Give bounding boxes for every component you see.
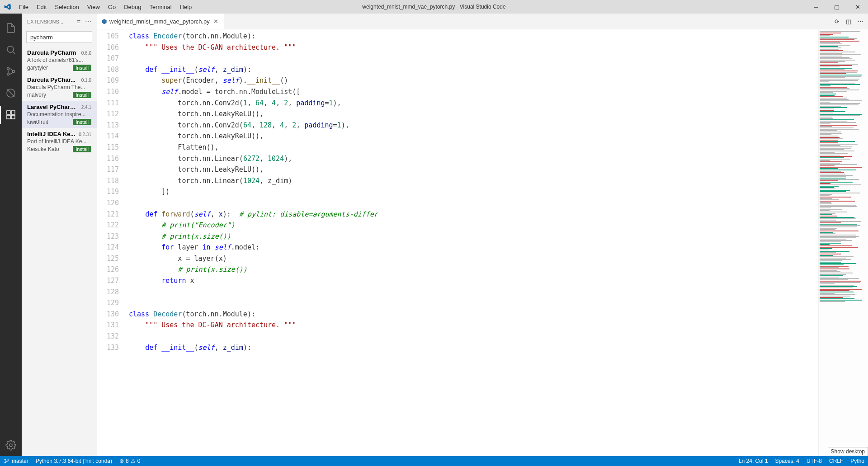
extensions-list[interactable]: Darcula PyCharm0.8.0A fork of daniels761… (22, 47, 97, 456)
code-line[interactable] (129, 331, 818, 342)
code-line[interactable]: torch.nn.Conv2d(64, 128, 4, 2, padding=1… (129, 120, 818, 131)
line-number: 132 (97, 331, 119, 342)
encoding[interactable]: UTF-8 (803, 456, 826, 466)
editor-tabs: ⬢ weighted_mnist_mmd_vae_pytorch.py ✕ ⟳ … (97, 14, 868, 29)
more-actions-icon[interactable]: ⋯ (858, 18, 863, 25)
extension-name: IntelliJ IDEA Ke... (27, 131, 75, 137)
sidebar-header: EXTENSIONS... ≡ ⋯ (22, 14, 97, 29)
line-number: 128 (97, 287, 119, 298)
install-button[interactable]: Install (73, 92, 91, 98)
menu-selection[interactable]: Selection (51, 2, 82, 12)
editor-body[interactable]: 1051061071081091101111121131141151161171… (97, 29, 868, 456)
extension-name: Laravel PyCharm... (27, 104, 77, 110)
menu-debug[interactable]: Debug (120, 2, 145, 12)
menu-edit[interactable]: Edit (33, 2, 50, 12)
code-line[interactable]: for layer in self.model: (129, 242, 818, 253)
code-line[interactable]: Flatten(), (129, 142, 818, 153)
code-line[interactable] (129, 198, 818, 209)
minimize-button[interactable]: ─ (806, 0, 826, 14)
problems[interactable]: ⊗8 ⚠0 (116, 456, 144, 466)
code-line[interactable]: def forward(self, x): # pylint: disable=… (129, 209, 818, 220)
vscode-icon (0, 3, 15, 10)
line-number: 108 (97, 64, 119, 75)
code-line[interactable]: class Encoder(torch.nn.Module): (129, 31, 818, 42)
code-line[interactable]: """ Uses the DC-GAN architecture. """ (129, 320, 818, 331)
code-line[interactable]: torch.nn.LeakyReLU(), (129, 108, 818, 120)
python-interpreter[interactable]: Python 3.7.3 64-bit ('nn': conda) (32, 456, 116, 466)
eol[interactable]: CRLF (826, 456, 847, 466)
code-line[interactable] (129, 297, 818, 309)
line-number: 114 (97, 131, 119, 142)
extension-item[interactable]: Darcula PyChar...0.1.0Darcula PyCharm Th… (22, 74, 97, 101)
code-line[interactable]: # print("Encoder") (129, 220, 818, 231)
code-line[interactable] (129, 53, 818, 64)
code-line[interactable]: return x (129, 275, 818, 287)
code-line[interactable]: torch.nn.Conv2d(1, 64, 4, 2, padding=1), (129, 98, 818, 109)
code-line[interactable]: x = layer(x) (129, 253, 818, 264)
maximize-button[interactable]: ▢ (826, 0, 847, 14)
menu-go[interactable]: Go (104, 2, 119, 12)
line-number: 117 (97, 164, 119, 175)
split-editor-icon[interactable]: ◫ (846, 18, 851, 25)
extensions-search-input[interactable] (26, 31, 92, 43)
svg-point-3 (7, 73, 9, 75)
install-button[interactable]: Install (73, 119, 91, 125)
code-line[interactable]: self.model = torch.nn.ModuleList([ (129, 86, 818, 98)
code-line[interactable]: # print(x.size()) (129, 264, 818, 275)
git-branch[interactable]: master (0, 456, 32, 466)
install-button[interactable]: Install (73, 65, 91, 71)
code-content[interactable]: class Encoder(torch.nn.Module): """ Uses… (129, 29, 818, 456)
svg-line-1 (13, 52, 15, 54)
close-button[interactable]: ✕ (847, 0, 868, 14)
extension-item[interactable]: IntelliJ IDEA Ke...0.2.31Port of Intelli… (22, 128, 97, 155)
extensions-sidebar: EXTENSIONS... ≡ ⋯ Darcula PyCharm0.8.0A … (22, 14, 97, 456)
code-line[interactable]: super(Encoder, self).__init__() (129, 75, 818, 86)
line-number: 120 (97, 198, 119, 209)
line-number: 119 (97, 186, 119, 198)
explorer-icon[interactable] (0, 17, 22, 39)
more-icon[interactable]: ⋯ (85, 18, 91, 25)
menu-help[interactable]: Help (176, 2, 196, 12)
code-line[interactable]: """ Uses the DC-GAN architecture. """ (129, 42, 818, 53)
source-control-icon[interactable] (0, 61, 22, 82)
code-line[interactable]: torch.nn.Linear(1024, z_dim) (129, 175, 818, 187)
code-line[interactable] (129, 287, 818, 298)
code-line[interactable]: def __init__(self, z_dim): (129, 64, 818, 75)
menu-view[interactable]: View (84, 2, 104, 12)
extension-item[interactable]: Laravel PyCharm...2.4.1Documentation ins… (22, 101, 97, 128)
line-number: 133 (97, 342, 119, 353)
code-line[interactable]: def __init__(self, z_dim): (129, 342, 818, 353)
menu-terminal[interactable]: Terminal (146, 2, 175, 12)
code-line[interactable]: ]) (129, 186, 818, 198)
menu-file[interactable]: File (15, 2, 32, 12)
extensions-icon[interactable] (0, 104, 22, 126)
code-line[interactable]: torch.nn.Linear(6272, 1024), (129, 153, 818, 165)
minimap[interactable] (818, 29, 868, 456)
debug-icon[interactable] (0, 82, 22, 104)
code-line[interactable]: # print(x.size()) (129, 231, 818, 242)
indentation[interactable]: Spaces: 4 (772, 456, 803, 466)
code-line[interactable]: class Decoder(torch.nn.Module): (129, 309, 818, 320)
code-line[interactable]: torch.nn.LeakyReLU(), (129, 164, 818, 175)
code-line[interactable]: torch.nn.LeakyReLU(), (129, 131, 818, 142)
line-number: 127 (97, 275, 119, 287)
compare-icon[interactable]: ⟳ (835, 18, 840, 25)
window-title: weighted_mnist_mmd_vae_pytorch.py - Visu… (362, 4, 505, 10)
svg-point-13 (5, 462, 5, 463)
extension-version: 0.8.0 (81, 51, 91, 56)
filter-icon[interactable]: ≡ (77, 18, 80, 25)
extension-item[interactable]: Darcula PyCharm0.8.0A fork of daniels761… (22, 47, 97, 74)
cursor-position[interactable]: Ln 24, Col 1 (735, 456, 772, 466)
editor-tab[interactable]: ⬢ weighted_mnist_mmd_vae_pytorch.py ✕ (97, 14, 224, 29)
line-number: 110 (97, 86, 119, 98)
tab-close-icon[interactable]: ✕ (212, 17, 219, 26)
extension-description: Documentation inspire... (27, 111, 91, 118)
search-icon[interactable] (0, 39, 22, 61)
settings-gear-icon[interactable] (0, 434, 22, 456)
install-button[interactable]: Install (73, 146, 91, 152)
extension-version: 0.1.0 (81, 78, 91, 83)
line-number: 129 (97, 297, 119, 309)
line-number: 121 (97, 209, 119, 220)
language-mode[interactable]: Pytho (847, 456, 868, 466)
svg-rect-9 (7, 115, 10, 119)
